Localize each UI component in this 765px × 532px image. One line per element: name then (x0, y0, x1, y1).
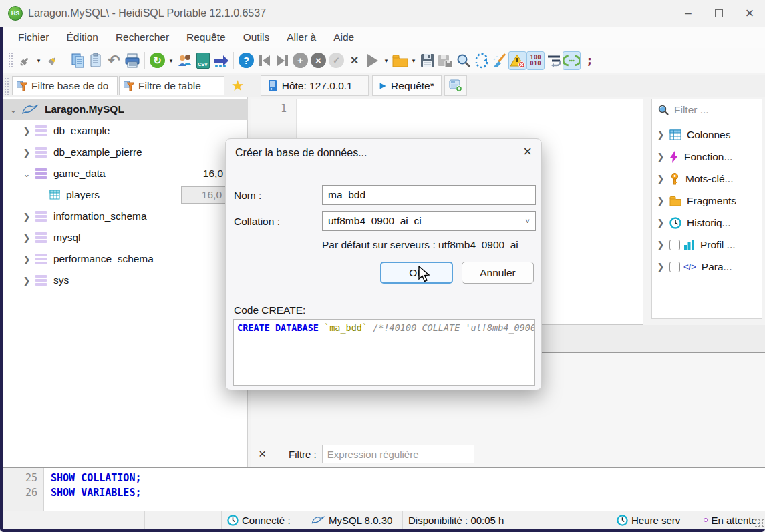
resize-grip[interactable] (754, 518, 764, 527)
connect-icon[interactable] (16, 51, 34, 70)
close-button[interactable]: × (734, 1, 765, 26)
tree-item-mysql[interactable]: ❯ mysql (3, 227, 248, 248)
open-file-icon[interactable] (391, 51, 409, 70)
expand-icon[interactable]: ❯ (21, 126, 32, 136)
tree-item-game-data[interactable]: ⌄ game_data 16,0 (3, 163, 248, 184)
table-filter-input[interactable]: Filtre de table (119, 76, 224, 95)
print-icon[interactable] (123, 51, 141, 70)
expand-icon[interactable]: ❯ (652, 174, 669, 184)
expand-icon[interactable]: ❯ (21, 233, 32, 243)
close-filter-icon[interactable]: × (259, 447, 266, 461)
help-icon[interactable]: ? (237, 51, 255, 70)
binary-as-hex-icon[interactable]: 100010 (526, 51, 545, 70)
expand-icon[interactable]: ❯ (21, 276, 32, 286)
sidebar-item-colonnes[interactable]: ❯ Colonnes (652, 123, 763, 146)
mysql-dolphin-icon (311, 515, 325, 525)
database-filter-input[interactable]: Filtre base de do (12, 76, 118, 95)
sidebar-item-mots-cles[interactable]: ❯ Mots-clé... (652, 168, 763, 190)
expand-icon[interactable]: ❯ (21, 148, 32, 158)
para-checkbox[interactable] (669, 262, 680, 272)
profil-checkbox[interactable] (669, 240, 680, 250)
cleanup-icon[interactable] (490, 51, 508, 70)
tree-item-performance-schema[interactable]: ❯ performance_schema (3, 248, 248, 270)
tree-item-sys[interactable]: ❯ sys (3, 270, 248, 291)
disconnect-icon[interactable] (43, 51, 61, 70)
history-clock-icon (669, 217, 681, 229)
collation-select[interactable]: utf8mb4_0900_ai_ci ˅ (322, 211, 536, 231)
refresh-dropdown-icon[interactable]: ▾ (166, 51, 176, 70)
insert-row-icon[interactable]: + (291, 51, 309, 70)
collation-label: Collation : (234, 216, 280, 228)
last-record-icon[interactable] (273, 51, 291, 70)
expand-icon[interactable]: ❯ (652, 240, 669, 250)
tab-host[interactable]: Hôte: 127.0.0.1 (261, 75, 369, 96)
expand-icon[interactable]: ❯ (652, 218, 669, 228)
toggle-warnings-icon[interactable] (508, 51, 526, 70)
copy-icon[interactable] (69, 51, 87, 70)
maximize-button[interactable] (704, 1, 734, 26)
menu-rechercher[interactable]: Rechercher (107, 28, 178, 47)
expand-icon[interactable]: ❯ (21, 212, 32, 222)
tree-item-information-schema[interactable]: ❯ information_schema (3, 206, 248, 227)
sidebar-item-historique[interactable]: ❯ Historiq... (652, 212, 763, 234)
tab-query[interactable]: Requête* (372, 75, 442, 96)
execute-sql-icon[interactable] (363, 51, 381, 70)
sidebar-item-fragments[interactable]: ❯ Fragments (652, 190, 763, 212)
menu-aller-a[interactable]: Aller à (278, 28, 325, 47)
post-changes-icon[interactable]: ✓ (327, 51, 345, 70)
expand-icon[interactable]: ❯ (652, 152, 669, 162)
connect-dropdown-icon[interactable]: ▾ (34, 51, 43, 70)
table-icon (49, 190, 60, 200)
cancel-button[interactable]: Annuler (462, 262, 534, 284)
regex-filter-input[interactable] (322, 445, 474, 463)
open-file-dropdown-icon[interactable]: ▾ (409, 51, 418, 70)
sidebar-item-parametres[interactable]: ❯ </> Para... (652, 256, 763, 278)
expand-icon[interactable]: ❯ (21, 254, 32, 264)
sidebar-item-profil[interactable]: ❯ Profil ... (652, 234, 763, 256)
execute-dropdown-icon[interactable]: ▾ (381, 51, 391, 70)
new-query-tab-button[interactable] (444, 75, 467, 96)
status-connected: Connecté : (222, 511, 305, 529)
find-text-icon[interactable] (454, 51, 472, 70)
database-name-input[interactable] (322, 185, 536, 205)
delete-row-icon[interactable]: × (309, 51, 327, 70)
toolbar-grip[interactable] (8, 52, 13, 69)
expand-icon[interactable]: ❯ (652, 262, 669, 272)
expand-icon[interactable]: ❯ (652, 129, 669, 140)
sql-log-panel[interactable]: 25 SHOW COLLATION; 26 SHOW VARIABLES; (3, 467, 765, 511)
ok-button[interactable]: OK (380, 262, 453, 284)
save-as-icon[interactable] (436, 51, 454, 70)
expand-icon[interactable]: ❯ (652, 196, 669, 206)
collapse-icon[interactable]: ⌄ (21, 169, 32, 179)
menu-outils[interactable]: Outils (235, 28, 279, 47)
user-manager-icon[interactable] (176, 51, 194, 70)
sidebar-filter-input[interactable]: Filter ... (652, 99, 762, 121)
paste-icon[interactable] (87, 51, 105, 70)
menu-fichier[interactable]: Fichier (9, 28, 58, 47)
cancel-editing-icon[interactable]: × (345, 51, 363, 70)
sidebar-item-fonctions[interactable]: ❯ Fonction... (652, 146, 763, 168)
minimize-button[interactable]: – (673, 1, 704, 26)
bind-parameters-icon[interactable] (563, 51, 581, 70)
undo-icon[interactable]: ↶ (105, 51, 123, 70)
tree-item-session-root[interactable]: ⌄ Laragon.MySQL (3, 99, 248, 120)
database-filter-icon (17, 80, 28, 91)
insert-files-icon[interactable] (212, 51, 230, 70)
menu-edition[interactable]: Édition (58, 28, 107, 47)
tree-item-db-example[interactable]: ❯ db_example (3, 120, 248, 142)
save-icon[interactable] (418, 51, 436, 70)
first-record-icon[interactable] (255, 51, 273, 70)
semicolon-delimiter-icon[interactable]: ; (581, 51, 599, 70)
tree-item-players[interactable]: players 16,0 (3, 184, 248, 206)
export-csv-icon[interactable]: CSV (194, 51, 212, 70)
dialog-close-button[interactable]: × (523, 143, 532, 160)
menu-requete[interactable]: Requête (178, 28, 235, 47)
refresh-icon[interactable]: ↻ (148, 51, 166, 70)
favorites-star-icon[interactable]: ★ (231, 77, 245, 95)
menu-aide[interactable]: Aide (325, 28, 363, 47)
reformat-sql-icon[interactable] (545, 51, 563, 70)
collapse-icon[interactable]: ⌄ (8, 105, 19, 115)
tabrow-grip[interactable] (4, 77, 9, 95)
tree-item-db-example-pierre[interactable]: ❯ db_example_pierre (3, 142, 248, 163)
replace-text-icon[interactable] (472, 51, 490, 70)
